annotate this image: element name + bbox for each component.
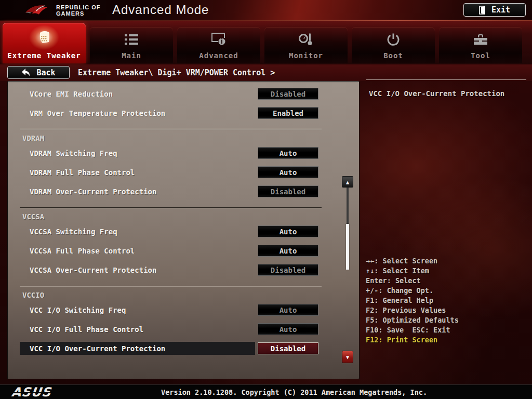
exit-label: Exit [491,5,510,15]
tab-label: Monitor [289,51,323,60]
tab-label: Main [122,51,141,60]
setting-value-button[interactable]: Disabled [258,185,318,197]
menu-tab-bar: Extreme Tweaker Main Adva [0,21,532,64]
tab-label: Tool [471,51,490,60]
exit-door-icon [479,6,486,15]
setting-row[interactable]: VCC I/O Full Phase ControlAuto [8,320,359,339]
footer-bar: ASUS Version 2.10.1208. Copyright (C) 20… [0,384,532,399]
tab-label: Boot [383,51,403,60]
setting-value-button[interactable]: Disabled [258,88,318,100]
scrollbar-up-button[interactable]: ▲ [342,176,353,188]
setting-label: VCore EMI Reduction [30,90,113,98]
settings-group-header: VCCSA [8,211,359,222]
shortcut-legend: →←: Select Screen↑↓: Select ItemEnter: S… [366,257,459,345]
screen-info-icon [211,27,227,51]
setting-value-button[interactable]: Disabled [258,342,318,354]
shortcut-line: F1: General Help [366,296,459,306]
setting-row[interactable]: VDRAM Over-Current ProtectionDisabled [8,182,359,201]
setting-label: VCC I/O Full Phase Control [30,325,143,334]
bios-advanced-mode-screen: REPUBLIC OF GAMERS Advanced Mode Exit [0,0,532,399]
shortcut-line: Enter: Select [366,276,459,286]
setting-row[interactable]: VCCSA Over-Current ProtectionDisabled [8,260,359,280]
shortcut-line: ↑↓: Select Item [366,267,459,276]
shortcut-line: F12: Print Screen [366,336,459,345]
setting-label: VCCSA Over-Current Protection [30,266,156,274]
list-icon [124,27,139,51]
settings-group-header: VCCIO [8,290,359,300]
setting-label-wrap: VRM Over Temperature Protection [20,107,255,119]
setting-label-wrap: VCCSA Switching Freq [20,225,255,238]
brand-line-1: REPUBLIC OF [56,4,101,10]
gauge-thermometer-icon [298,27,314,51]
setting-value-button[interactable]: Auto [258,225,318,237]
setting-label: VCCSA Full Phase Control [30,247,135,255]
setting-value-button[interactable]: Auto [258,166,318,178]
help-panel-top-line [366,79,526,80]
setting-row[interactable]: VDRAM Switching FreqAuto [8,143,359,163]
content-area: VCore EMI ReductionDisabledVRM Over Temp… [0,81,532,384]
setting-label-wrap: VDRAM Full Phase Control [20,166,255,179]
setting-value-button[interactable]: Disabled [258,264,318,276]
tab-extreme-tweaker[interactable]: Extreme Tweaker [3,23,86,63]
separator [20,207,322,208]
back-arrow-icon [21,69,30,76]
settings-group-header: VDRAM [8,133,359,143]
settings-list: VCore EMI ReductionDisabledVRM Over Temp… [8,82,359,358]
setting-row[interactable]: VCCSA Full Phase ControlAuto [8,241,359,260]
setting-label-wrap: VCC I/O Switching Freq [20,303,255,316]
shortcut-line: F5: Optimized Defaults [366,316,459,326]
shortcut-line: →←: Select Screen [366,257,459,267]
setting-label: VDRAM Over-Current Protection [30,188,156,196]
rog-logo: REPUBLIC OF GAMERS [25,1,103,20]
setting-label-wrap: VDRAM Switching Freq [20,147,255,159]
setting-label-wrap: VCCSA Over-Current Protection [20,263,255,276]
setting-row[interactable]: VDRAM Full Phase ControlAuto [8,163,359,182]
tab-main[interactable]: Main [90,27,173,63]
setting-row[interactable]: VCore EMI ReductionDisabled [8,84,359,103]
help-panel-title: VCC I/O Over-Current Protection [369,89,504,98]
tab-monitor[interactable]: Monitor [264,27,348,63]
asus-logo: ASUS [11,385,69,399]
tab-label: Advanced [199,51,238,60]
back-button[interactable]: Back [7,66,70,79]
setting-row[interactable]: VCC I/O Over-Current ProtectionDisabled [8,339,359,358]
setting-label-wrap: VCore EMI Reduction [20,87,255,100]
setting-value-button[interactable]: Auto [258,147,318,159]
scrollbar-thumb[interactable] [346,224,349,270]
exit-button[interactable]: Exit [463,3,526,17]
shortcut-line: +/-: Change Opt. [366,286,459,296]
settings-panel: VCore EMI ReductionDisabledVRM Over Temp… [7,81,360,379]
bios-version-text: Version 2.10.1208. Copyright (C) 2011 Am… [161,388,427,396]
tab-label: Extreme Tweaker [7,51,81,60]
setting-label: VCC I/O Over-Current Protection [30,344,165,353]
tab-boot[interactable]: Boot [352,27,435,63]
mode-title: Advanced Mode [112,3,209,17]
tab-advanced[interactable]: Advanced [177,27,260,63]
asus-logo-stripe [11,392,69,393]
setting-label-wrap: VCC I/O Full Phase Control [20,323,255,336]
setting-value-button[interactable]: Auto [258,323,318,335]
setting-label: VDRAM Full Phase Control [30,168,135,177]
extreme-tweaker-icon [35,23,53,51]
setting-label-wrap: VCCSA Full Phase Control [20,244,255,257]
separator [20,286,322,287]
setting-label-wrap: VDRAM Over-Current Protection [20,185,255,198]
separator [20,129,322,130]
rog-eye-icon [25,2,52,19]
shortcut-line: F10: Save ESC: Exit [366,326,459,336]
setting-label: VCC I/O Switching Freq [30,306,126,314]
brand-line-2: GAMERS [56,10,101,17]
scrollbar-down-button[interactable]: ▼ [342,351,353,363]
setting-value-button[interactable]: Auto [258,245,318,257]
setting-row[interactable]: VCC I/O Switching FreqAuto [8,300,359,320]
setting-row[interactable]: VCCSA Switching FreqAuto [8,222,359,241]
scrollbar: ▲ ▼ [342,176,353,363]
setting-value-button[interactable]: Auto [258,304,318,316]
setting-label: VCCSA Switching Freq [30,228,117,236]
tab-tool[interactable]: Tool [439,27,522,63]
setting-label: VRM Over Temperature Protection [30,109,165,117]
back-label: Back [36,68,55,77]
setting-row[interactable]: VRM Over Temperature ProtectionEnabled [8,103,359,123]
setting-value-button[interactable]: Enabled [258,107,318,119]
breadcrumb: Extreme Tweaker\ Digi+ VRM/POWER Control… [78,68,275,77]
